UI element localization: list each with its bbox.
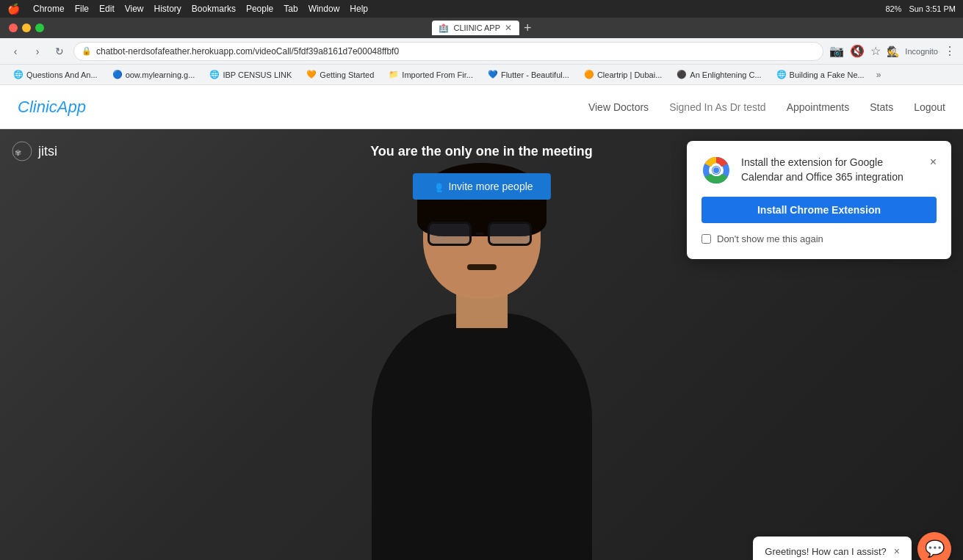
nav-stats[interactable]: Stats	[870, 101, 893, 113]
lock-icon: 🔒	[82, 46, 92, 56]
jitsi-label: jitsi	[38, 144, 57, 159]
menu-file[interactable]: File	[75, 4, 89, 14]
bookmark-2[interactable]: 🌐 IBP CENSUS LINK	[203, 68, 297, 81]
menu-chrome[interactable]: Chrome	[33, 4, 65, 14]
extension-popup: Install the extension for Google Calenda…	[687, 141, 951, 259]
chrome-logo-icon	[701, 156, 731, 185]
menu-people[interactable]: People	[246, 4, 273, 14]
chrome-titlebar: 🏥 CLIINIC APP ✕ +	[0, 18, 963, 38]
extensions-icon[interactable]: ⋮	[944, 44, 956, 58]
menu-tab[interactable]: Tab	[284, 4, 297, 14]
svg-point-6	[713, 167, 719, 173]
bookmark-4[interactable]: 📁 Imported From Fir...	[383, 68, 479, 81]
invite-people-icon: 👥	[430, 181, 442, 192]
popup-close-button[interactable]: ×	[930, 156, 937, 169]
refresh-button[interactable]: ↻	[51, 43, 68, 59]
meeting-only-message: You are the only one in the meeting	[370, 144, 593, 159]
traffic-lights	[9, 23, 44, 32]
jitsi-icon: ✾	[12, 141, 32, 161]
nav-logout[interactable]: Logout	[914, 101, 945, 113]
minimize-button-traffic[interactable]	[22, 23, 31, 32]
chat-close-button[interactable]: ×	[894, 545, 900, 557]
invite-button-label: Invite more people	[448, 181, 533, 192]
forward-button[interactable]: ›	[29, 43, 46, 59]
maximize-button-traffic[interactable]	[35, 23, 44, 32]
nav-appointments[interactable]: Appointments	[787, 101, 850, 113]
toolbar-icons: 📷 🔇 ☆ 🕵 Incognito ⋮	[829, 44, 956, 58]
dont-show-checkbox[interactable]	[701, 234, 711, 244]
camera-icon[interactable]: 📷	[829, 44, 844, 58]
extension-popup-title: Install the extension for Google Calenda…	[741, 156, 914, 184]
dont-show-row: Don't show me this again	[701, 233, 937, 244]
menu-help[interactable]: Help	[350, 4, 368, 14]
battery-status: 82%	[885, 4, 901, 13]
mic-block-icon[interactable]: 🔇	[850, 44, 865, 58]
bookmark-star-icon[interactable]: ☆	[870, 44, 881, 58]
video-background: ✾ jitsi You are the only one in the meet…	[0, 129, 963, 560]
bookmarks-overflow[interactable]: »	[876, 70, 881, 80]
bookmark-5[interactable]: 💙 Flutter - Beautiful...	[482, 68, 575, 81]
macos-menubar: 🍎 Chrome File Edit View History Bookmark…	[0, 0, 963, 18]
menu-window[interactable]: Window	[309, 4, 340, 14]
tab-bar: 🏥 CLIINIC APP ✕ +	[431, 21, 531, 36]
close-button-traffic[interactable]	[9, 23, 18, 32]
menu-view[interactable]: View	[125, 4, 144, 14]
active-tab[interactable]: 🏥 CLIINIC APP ✕	[431, 21, 519, 35]
bookmark-1[interactable]: 🔵 oow.mylearning.g...	[107, 68, 201, 81]
bookmark-8[interactable]: 🌐 Building a Fake Ne...	[771, 68, 870, 81]
menu-bookmarks[interactable]: Bookmarks	[192, 4, 236, 14]
back-button[interactable]: ‹	[7, 43, 24, 59]
apple-menu[interactable]: 🍎	[7, 3, 20, 15]
chat-widget-button[interactable]: 💬	[917, 532, 951, 560]
video-container: ✾ jitsi You are the only one in the meet…	[0, 129, 963, 560]
chat-widget-icon: 💬	[925, 539, 945, 559]
chat-bubble: Greetings! How can I assist? ×	[753, 537, 912, 560]
bookmarks-bar: 🌐 Questions And An... 🔵 oow.mylearning.g…	[0, 65, 963, 85]
jitsi-logo: ✾ jitsi	[12, 141, 57, 161]
datetime: Sun 3:51 PM	[909, 4, 956, 13]
new-tab-button[interactable]: +	[524, 21, 532, 36]
tab-title: CLIINIC APP	[453, 23, 500, 32]
clinicapp-logo: ClinicApp	[18, 98, 588, 117]
menu-edit[interactable]: Edit	[99, 4, 115, 14]
nav-links: View Doctors Signed In As Dr testd Appoi…	[588, 101, 945, 113]
popup-header: Install the extension for Google Calenda…	[701, 156, 937, 185]
invite-more-people-button[interactable]: 👥 Invite more people	[412, 173, 550, 200]
menubar-right: 82% Sun 3:51 PM	[885, 4, 956, 13]
nav-signed-in: Signed In As Dr testd	[669, 101, 766, 113]
bookmark-3[interactable]: 🧡 Getting Started	[300, 68, 380, 81]
profile-label: Incognito	[905, 47, 938, 56]
bookmark-7[interactable]: ⚫ An Enlightening C...	[671, 68, 767, 81]
menu-history[interactable]: History	[154, 4, 181, 14]
dont-show-label[interactable]: Don't show me this again	[717, 233, 823, 244]
bookmark-0[interactable]: 🌐 Questions And An...	[7, 68, 104, 81]
clinicapp-navbar: ClinicApp View Doctors Signed In As Dr t…	[0, 85, 963, 129]
svg-text:✾: ✾	[15, 148, 21, 157]
bookmark-6[interactable]: 🟠 Cleartrip | Dubai...	[578, 68, 668, 81]
incognito-icon[interactable]: 🕵	[887, 46, 899, 57]
url-text: chatbot-nerdsofafeather.herokuapp.com/vi…	[96, 46, 399, 57]
chrome-toolbar: ‹ › ↻ 🔒 chatbot-nerdsofafeather.herokuap…	[0, 38, 963, 65]
nav-view-doctors[interactable]: View Doctors	[588, 101, 649, 113]
chat-greeting: Greetings! How can I assist?	[765, 546, 886, 557]
install-chrome-extension-button[interactable]: Install Chrome Extension	[701, 197, 937, 223]
tab-close-icon[interactable]: ✕	[505, 23, 512, 33]
address-bar[interactable]: 🔒 chatbot-nerdsofafeather.herokuapp.com/…	[73, 42, 823, 61]
